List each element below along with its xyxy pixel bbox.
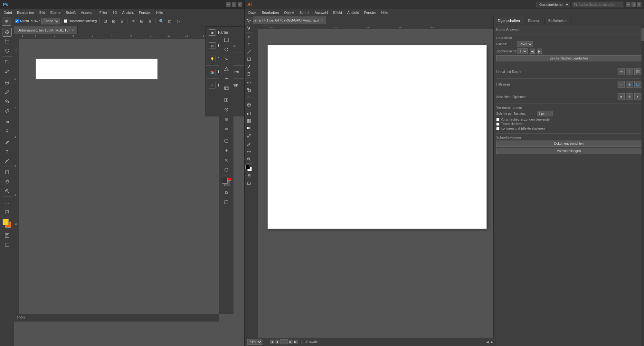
ai-panel-scroll-thumb[interactable] [641, 28, 644, 41]
ai-canvas-area[interactable] [258, 29, 493, 338]
ai-voreinstellungen-btn[interactable]: Voreinstellungen [496, 148, 641, 154]
ai-tool-zoom[interactable] [245, 156, 252, 163]
ps-right-btn8[interactable] [222, 105, 231, 114]
ai-lineal-btn2[interactable] [626, 68, 633, 75]
ps-right-color-fg[interactable] [222, 178, 231, 187]
ps-right-btn6[interactable] [222, 84, 231, 93]
ai-hilfslinien-btn3[interactable] [634, 81, 641, 88]
ps-transform-check-input[interactable] [64, 19, 67, 23]
ai-tool-gradient[interactable] [245, 125, 252, 132]
ai-hilfslinien-btn2[interactable] [626, 81, 633, 88]
ai-tool-hand[interactable] [245, 172, 252, 179]
ps-tool-screen-mode[interactable] [3, 240, 12, 249]
ai-menu-schrift[interactable]: Schrift [297, 10, 312, 15]
ai-ecken-checkbox[interactable] [496, 123, 499, 126]
ai-page-prev-btn[interactable]: ◀ [275, 340, 279, 344]
ai-panel-tab-ebenen[interactable]: Ebenen [524, 17, 545, 24]
ps-tab-close-btn[interactable]: ✕ [71, 29, 74, 32]
ai-lineal-btn1[interactable] [618, 68, 625, 75]
ps-tool-eraser[interactable] [3, 106, 12, 115]
ai-tool-pen[interactable] [245, 33, 252, 41]
ps-autom-check-input[interactable] [15, 19, 19, 23]
ai-tool-artboard[interactable] [245, 180, 252, 187]
ps-extra-btn3[interactable]: ▷ [175, 18, 182, 25]
ai-tool-blend[interactable] [245, 132, 252, 139]
ps-right-btn2[interactable] [222, 45, 231, 54]
ai-search-box[interactable]: Adobe Stock durchsuchen [572, 2, 623, 7]
ps-tool-eyedropper[interactable] [3, 67, 12, 76]
ps-tool-path-select[interactable] [3, 157, 12, 166]
ai-panel-tab-eigenschaften[interactable]: Eigenschaften [494, 17, 524, 24]
ps-close-btn[interactable]: ✕ [238, 2, 242, 7]
ps-tool-rect-shape[interactable] [3, 168, 12, 177]
ps-menu-ebene[interactable]: Ebene [48, 10, 63, 15]
ai-menu-datei[interactable]: Datei [246, 10, 259, 15]
ai-tool-selection[interactable] [245, 17, 252, 24]
ps-right-btn14[interactable] [222, 165, 231, 174]
ps-autom-select[interactable]: Ebene [41, 18, 60, 24]
ps-right-btn9[interactable] [222, 115, 231, 124]
ps-color-swatches[interactable] [3, 219, 12, 228]
ai-status-arrow-left[interactable]: ◀ [486, 340, 489, 344]
ps-tool-hand[interactable] [3, 177, 12, 186]
ai-tool-measure[interactable] [245, 148, 252, 155]
ps-tool-extra1[interactable]: … [3, 198, 12, 207]
ps-minimize-btn[interactable]: — [226, 2, 231, 7]
ai-lineal-btn3[interactable] [634, 68, 641, 75]
ai-tool-rotate[interactable] [245, 70, 252, 77]
ps-right-btn4[interactable] [222, 64, 231, 73]
ps-tool-lasso[interactable] [3, 46, 12, 55]
ps-distrib-btn2[interactable]: ⊟ [138, 18, 145, 25]
ai-menu-auswahl[interactable]: Auswahl [312, 10, 330, 15]
ai-tool-eyedropper[interactable] [245, 141, 252, 148]
ps-tool-extra2[interactable] [3, 207, 12, 216]
ps-tool-move[interactable] [3, 28, 12, 37]
ai-konturen-checkbox[interactable] [496, 127, 499, 130]
ai-workspace-select[interactable]: Grundfunktionen [536, 2, 570, 7]
ai-schritte-input[interactable] [537, 111, 553, 116]
ps-menu-fenster[interactable]: Fenster [137, 10, 153, 15]
ai-tool-rect[interactable] [245, 56, 252, 63]
ai-tab-close-btn[interactable]: ✕ [321, 19, 323, 22]
ai-zoom-select[interactable]: 64% [247, 339, 262, 345]
ps-tool-dodge[interactable] [3, 127, 12, 136]
ps-extra-btn1[interactable]: 🔍 [158, 18, 165, 25]
ps-distrib-btn1[interactable]: ≡ [130, 18, 137, 25]
ai-vorschau-checkbox[interactable] [496, 118, 499, 121]
ai-close-btn[interactable]: ✕ [637, 2, 641, 7]
ai-page-last-btn[interactable]: ▶| [294, 340, 298, 344]
ai-page-first-btn[interactable]: |◀ [270, 340, 274, 344]
ps-tool-quick-mask[interactable] [3, 231, 12, 240]
ps-right-btn10[interactable] [222, 124, 231, 133]
ai-menu-fenster[interactable]: Fenster [362, 10, 378, 15]
ps-menu-ansicht[interactable]: Ansicht [120, 10, 136, 15]
ai-tool-symbol[interactable] [245, 101, 252, 108]
ai-einheit-select[interactable]: Pixel [517, 41, 533, 47]
ai-status-arrow-right[interactable]: ▶ [491, 340, 493, 344]
ps-right-btn16[interactable] [222, 198, 231, 207]
ps-menu-auswahl[interactable]: Auswahl [79, 10, 97, 15]
ps-menu-schrift[interactable]: Schrift [63, 10, 78, 15]
ps-tool-spot-heal[interactable] [3, 78, 12, 87]
ai-tool-column-chart[interactable] [245, 110, 252, 117]
ps-fg-color[interactable] [3, 219, 9, 225]
ps-right-btn7[interactable] [222, 96, 231, 105]
ps-right-btn1[interactable] [222, 35, 231, 44]
ai-page-input[interactable] [280, 339, 288, 344]
ai-menu-objekt[interactable]: Objekt [282, 10, 297, 15]
ai-menu-ansicht[interactable]: Ansicht [345, 10, 361, 15]
ai-ausrichten-btn2[interactable] [626, 93, 633, 100]
ps-move-tool-active[interactable]: ⊕ [2, 17, 11, 26]
ai-zeichenflaeche-select[interactable]: 1 [517, 48, 528, 54]
ai-tool-line[interactable] [245, 48, 252, 55]
ps-distrib-btn3[interactable]: ⊕ [147, 18, 154, 25]
ai-zeichenflaeche-prev-btn[interactable]: ◀ [530, 49, 535, 54]
ps-tool-pen[interactable] [3, 138, 12, 147]
ps-menu-datei[interactable]: Datei [1, 10, 14, 15]
ai-tool-text[interactable]: T [245, 41, 252, 48]
ps-maximize-btn[interactable]: □ [232, 2, 236, 7]
ai-page-next-btn[interactable]: ▶ [289, 340, 293, 344]
ps-right-btn13[interactable] [222, 156, 231, 165]
ps-right-btn5[interactable] [222, 74, 231, 83]
ps-tool-crop[interactable] [3, 58, 12, 67]
